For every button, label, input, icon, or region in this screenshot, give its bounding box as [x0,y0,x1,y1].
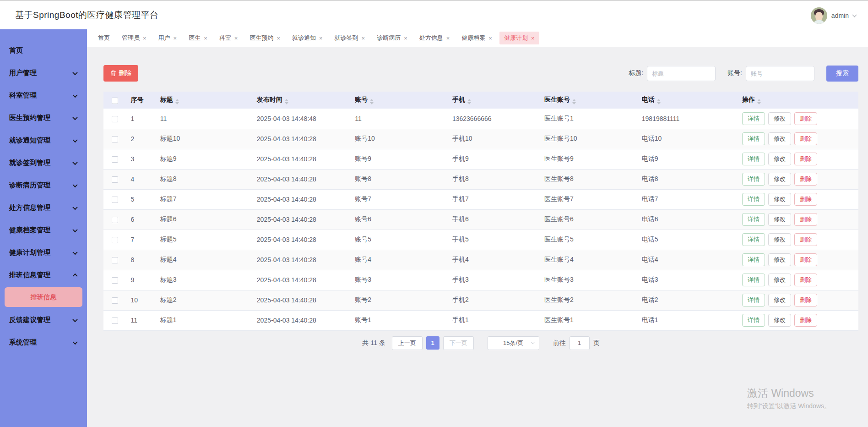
detail-button[interactable]: 详情 [742,274,765,286]
row-delete-button[interactable]: 删除 [794,274,817,286]
tab[interactable]: 健康档案× [457,32,497,44]
row-checkbox[interactable] [112,197,118,203]
tab-active[interactable]: 健康计划× [499,32,539,44]
row-checkbox[interactable] [112,217,118,223]
column-header[interactable]: 发布时间 [252,92,350,109]
close-icon[interactable]: × [143,35,146,41]
edit-button[interactable]: 修改 [768,274,791,286]
close-icon[interactable]: × [234,35,238,41]
sidebar-item[interactable]: 处方信息管理 [0,197,87,219]
edit-button[interactable]: 修改 [768,233,791,246]
column-header[interactable]: 医生账号 [540,92,637,109]
sidebar-item[interactable]: 用户管理 [0,62,87,84]
next-page-button[interactable]: 下一页 [443,336,474,350]
row-delete-button[interactable]: 删除 [794,314,817,327]
row-checkbox[interactable] [112,277,118,284]
sidebar-item[interactable]: 就诊签到管理 [0,152,87,174]
page-size-select[interactable]: 15条/页 [488,336,539,350]
sidebar-item[interactable]: 健康计划管理 [0,241,87,264]
row-checkbox[interactable] [112,156,118,163]
sort-icon[interactable] [370,99,374,104]
detail-button[interactable]: 详情 [742,173,765,186]
sidebar-item[interactable]: 反馈建议管理 [0,309,87,331]
row-checkbox[interactable] [112,136,118,142]
prev-page-button[interactable]: 上一页 [392,336,423,350]
edit-button[interactable]: 修改 [768,112,791,125]
tab[interactable]: 医生× [184,32,212,44]
detail-button[interactable]: 详情 [742,153,765,165]
tab[interactable]: 用户× [154,32,182,44]
close-icon[interactable]: × [404,35,407,41]
detail-button[interactable]: 详情 [742,253,765,266]
close-icon[interactable]: × [204,35,207,41]
column-header[interactable]: 手机 [448,92,540,109]
sidebar-item[interactable]: 就诊通知管理 [0,129,87,152]
sort-icon[interactable] [572,99,576,104]
row-checkbox[interactable] [112,318,118,324]
detail-button[interactable]: 详情 [742,233,765,246]
row-delete-button[interactable]: 删除 [794,233,817,246]
column-header[interactable]: 电话 [637,92,738,109]
user-menu[interactable]: admin [811,1,856,30]
tab[interactable]: 管理员× [117,32,151,44]
tab[interactable]: 诊断病历× [372,32,412,44]
edit-button[interactable]: 修改 [768,314,791,327]
edit-button[interactable]: 修改 [768,294,791,307]
title-filter-input[interactable] [647,66,716,81]
sidebar-submenu-item-active[interactable]: 排班信息 [5,287,82,307]
close-icon[interactable]: × [362,35,365,41]
row-checkbox[interactable] [112,297,118,304]
edit-button[interactable]: 修改 [768,213,791,226]
tab[interactable]: 科室× [215,32,243,44]
row-delete-button[interactable]: 删除 [794,253,817,266]
sort-icon[interactable] [175,99,179,104]
sidebar-item[interactable]: 科室管理 [0,84,87,107]
column-header[interactable]: 账号 [350,92,448,109]
select-all-checkbox[interactable] [112,98,118,104]
sidebar-item[interactable]: 医生预约管理 [0,107,87,129]
edit-button[interactable]: 修改 [768,173,791,186]
tab[interactable]: 首页 [93,32,114,44]
detail-button[interactable]: 详情 [742,294,765,307]
detail-button[interactable]: 详情 [742,132,765,145]
column-header[interactable]: 操作 [738,92,858,109]
delete-button[interactable]: 删除 [103,65,138,82]
close-icon[interactable]: × [446,35,450,41]
goto-page-input[interactable] [570,336,590,350]
row-delete-button[interactable]: 删除 [794,294,817,307]
current-page[interactable]: 1 [426,336,439,350]
close-icon[interactable]: × [277,35,280,41]
sort-icon[interactable] [757,99,761,104]
close-icon[interactable]: × [174,35,177,41]
tab[interactable]: 就诊签到× [330,32,370,44]
edit-button[interactable]: 修改 [768,253,791,266]
detail-button[interactable]: 详情 [742,213,765,226]
edit-button[interactable]: 修改 [768,193,791,206]
row-checkbox[interactable] [112,176,118,183]
sidebar-item[interactable]: 系统管理 [0,331,87,354]
tab[interactable]: 就诊通知× [288,32,327,44]
row-checkbox[interactable] [112,237,118,243]
row-checkbox[interactable] [112,257,118,263]
row-delete-button[interactable]: 删除 [794,213,817,226]
sidebar-item[interactable]: 健康档案管理 [0,219,87,241]
search-button[interactable]: 搜索 [826,66,858,82]
sort-icon[interactable] [285,99,288,104]
sidebar-item[interactable]: 首页 [0,39,87,62]
tab[interactable]: 医生预约× [245,32,285,44]
sort-icon[interactable] [467,99,471,104]
row-delete-button[interactable]: 删除 [794,112,817,125]
column-header[interactable]: 标题 [156,92,252,109]
detail-button[interactable]: 详情 [742,112,765,125]
edit-button[interactable]: 修改 [768,132,791,145]
row-delete-button[interactable]: 删除 [794,173,817,186]
account-filter-input[interactable] [746,66,814,81]
detail-button[interactable]: 详情 [742,193,765,206]
close-icon[interactable]: × [488,35,492,41]
avatar[interactable] [811,7,827,24]
tab[interactable]: 处方信息× [415,32,455,44]
close-icon[interactable]: × [319,35,323,41]
edit-button[interactable]: 修改 [768,153,791,165]
detail-button[interactable]: 详情 [742,314,765,327]
row-delete-button[interactable]: 删除 [794,153,817,165]
